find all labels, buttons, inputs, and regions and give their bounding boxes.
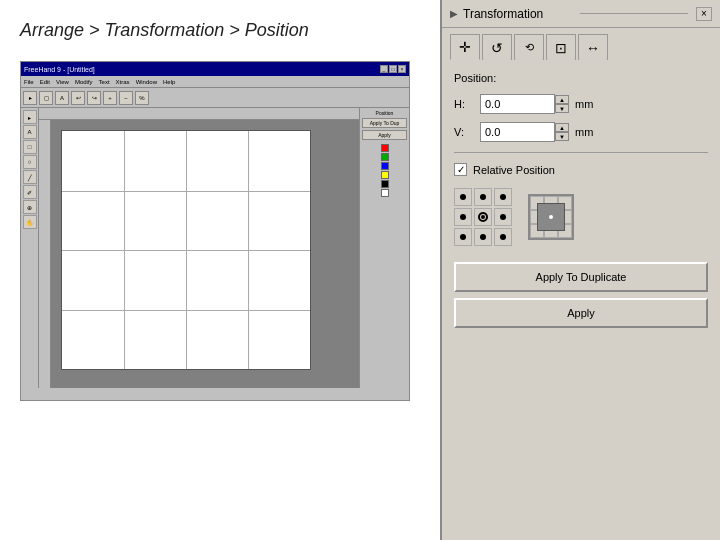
toolbar-btn-3[interactable]: A [55,91,69,105]
swatch-black[interactable] [381,180,389,188]
tab-scale[interactable]: ⊡ [546,34,576,60]
h-spinner-down[interactable]: ▼ [555,104,569,113]
h-unit: mm [575,98,593,110]
pos-cell-tr[interactable] [494,188,512,206]
v-input[interactable] [480,122,555,142]
toolbar-btn-8[interactable]: % [135,91,149,105]
tab-skew[interactable]: ⟲ [514,34,544,60]
toolbar-btn-7[interactable]: − [119,91,133,105]
relative-pos-checkbox[interactable]: ✓ [454,163,467,176]
menu-xtras[interactable]: Xtras [116,79,130,85]
color-swatches [362,144,407,197]
minimize-btn[interactable]: _ [380,65,388,73]
right-panel-position-label: Position [362,110,407,116]
app-toolbar: ▸ ◻ A ↩ ↪ + − % [21,88,409,108]
swatch-red[interactable] [381,144,389,152]
grid-container [62,131,310,369]
swatch-green[interactable] [381,153,389,161]
position-grid [454,188,512,246]
page-title: Arrange > Transformation > Position [20,20,420,41]
menu-view[interactable]: View [56,79,69,85]
menu-window[interactable]: Window [136,79,157,85]
trans-body: Position: H: ▲ ▼ mm V: ▲ ▼ [442,60,720,346]
obj-grid-center-dot [549,215,553,219]
menu-file[interactable]: File [24,79,34,85]
grid-v-1 [124,131,125,369]
tool-arrow[interactable]: ▸ [23,110,37,124]
toolbar-btn-6[interactable]: + [103,91,117,105]
toolbar-btn-4[interactable]: ↩ [71,91,85,105]
left-area: Arrange > Transformation > Position Free… [0,0,440,540]
tool-text[interactable]: A [23,125,37,139]
position-grid-area [454,188,708,246]
swatch-yellow[interactable] [381,171,389,179]
pos-cell-bl[interactable] [454,228,472,246]
pos-cell-tc[interactable] [474,188,492,206]
h-field-row: H: ▲ ▼ mm [454,94,708,114]
swatch-blue[interactable] [381,162,389,170]
v-spinner-up[interactable]: ▲ [555,123,569,132]
tab-reflect[interactable]: ↔ [578,34,608,60]
v-label: V: [454,126,474,138]
menu-edit[interactable]: Edit [40,79,50,85]
tool-line[interactable]: ╱ [23,170,37,184]
v-spinner-down[interactable]: ▼ [555,132,569,141]
menu-help[interactable]: Help [163,79,175,85]
app-title-text: FreeHand 9 - [Untitled] [24,66,95,73]
v-spinners: ▲ ▼ [555,123,569,141]
h-input-wrapper: ▲ ▼ [480,94,569,114]
pos-cell-mr[interactable] [494,208,512,226]
app-left-tools: ▸ A □ ○ ╱ ✐ ⊕ ✋ [21,108,39,388]
relative-pos-label: Relative Position [473,164,555,176]
pos-cell-ml[interactable] [454,208,472,226]
apply-button[interactable]: Apply [454,298,708,328]
h-spinners: ▲ ▼ [555,95,569,113]
transformation-panel: ▶ Transformation × ✛ ↺ ⟲ ⊡ ↔ Position: H… [440,0,720,540]
pos-cell-mc[interactable] [474,208,492,226]
trans-title-line [580,13,689,14]
maximize-btn[interactable]: □ [389,65,397,73]
tab-position[interactable]: ✛ [450,34,480,60]
toolbar-btn-5[interactable]: ↪ [87,91,101,105]
toolbar-btn-1[interactable]: ▸ [23,91,37,105]
swatch-white[interactable] [381,189,389,197]
apply-to-duplicate-button[interactable]: Apply To Duplicate [454,262,708,292]
pos-cell-bc[interactable] [474,228,492,246]
v-unit: mm [575,126,593,138]
app-window: FreeHand 9 - [Untitled] _ □ × File Edit … [20,61,410,401]
grid-v-3 [248,131,249,369]
close-btn[interactable]: × [398,65,406,73]
app-menubar: File Edit View Modify Text Xtras Window … [21,76,409,88]
app-titlebar: FreeHand 9 - [Untitled] _ □ × [21,62,409,76]
pos-cell-br[interactable] [494,228,512,246]
tool-rect[interactable]: □ [23,140,37,154]
titlebar-buttons: _ □ × [380,65,406,73]
toolbar-btn-2[interactable]: ◻ [39,91,53,105]
h-input[interactable] [480,94,555,114]
canvas-paper [61,130,311,370]
tool-oval[interactable]: ○ [23,155,37,169]
pos-cell-tl[interactable] [454,188,472,206]
h-spinner-up[interactable]: ▲ [555,95,569,104]
v-field-row: V: ▲ ▼ mm [454,122,708,142]
divider-1 [454,152,708,153]
v-input-wrapper: ▲ ▼ [480,122,569,142]
trans-close-button[interactable]: × [696,7,712,21]
menu-modify[interactable]: Modify [75,79,93,85]
trans-header: ▶ Transformation × [442,0,720,28]
obj-grid-inner [537,203,565,231]
tool-hand[interactable]: ✋ [23,215,37,229]
tool-zoom[interactable]: ⊕ [23,200,37,214]
h-label: H: [454,98,474,110]
object-grid [528,194,574,240]
apply-sm-btn[interactable]: Apply [362,130,407,140]
grid-v-2 [186,131,187,369]
relative-pos-row: ✓ Relative Position [454,163,708,176]
ruler-top [39,108,359,120]
ruler-left [39,120,51,388]
apply-dup-sm-btn[interactable]: Apply To Dup [362,118,407,128]
trans-title-text: Transformation [463,7,572,21]
tab-rotate[interactable]: ↺ [482,34,512,60]
tool-pen[interactable]: ✐ [23,185,37,199]
menu-text[interactable]: Text [99,79,110,85]
